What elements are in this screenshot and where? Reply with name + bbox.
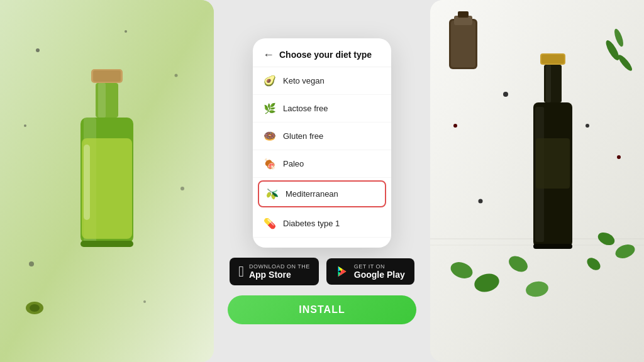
diabetes-icon: 💊 <box>263 217 277 229</box>
svg-rect-11 <box>93 70 121 82</box>
svg-point-2 <box>125 30 127 33</box>
svg-point-5 <box>180 187 184 190</box>
svg-rect-43 <box>533 244 572 249</box>
google-play-icon <box>335 265 349 278</box>
google-play-sub-label: GET IT ON <box>354 263 405 270</box>
svg-point-3 <box>175 74 178 77</box>
phone-header: ← Choose your diet type <box>253 38 391 67</box>
mediterranean-icon: 🫒 <box>265 188 279 200</box>
diet-item-paleo[interactable]: 🍖 Paleo <box>253 150 391 178</box>
left-panel <box>0 0 214 362</box>
diet-list: 🥑 Keto vegan 🌿 Lactose free 🍩 Gluten fre… <box>253 67 391 238</box>
svg-rect-37 <box>541 55 564 63</box>
diet-item-diabetes[interactable]: 💊 Diabetes type 1 <box>253 210 391 238</box>
right-image <box>430 0 644 362</box>
keto-vegan-label: Keto vegan <box>283 76 325 85</box>
store-buttons:  Download on the App Store GET IT ON Go… <box>230 258 414 285</box>
gluten-free-label: Gluten free <box>283 131 323 141</box>
svg-point-9 <box>30 304 40 312</box>
phone-title: Choose your diet type <box>279 50 372 60</box>
back-button[interactable]: ← <box>263 48 274 62</box>
svg-point-1 <box>36 48 40 52</box>
svg-rect-13 <box>98 83 106 118</box>
google-play-button[interactable]: GET IT ON Google Play <box>326 258 414 285</box>
center-content: ← Choose your diet type 🥑 Keto vegan 🌿 L… <box>228 38 416 324</box>
svg-point-7 <box>143 300 146 303</box>
paleo-icon: 🍖 <box>263 158 277 170</box>
paleo-label: Paleo <box>283 159 304 168</box>
diet-item-mediterranean[interactable]: 🫒 Mediterranean <box>258 180 386 207</box>
apple-icon:  <box>238 263 244 280</box>
svg-point-6 <box>29 261 34 266</box>
diet-item-lactose-free[interactable]: 🌿 Lactose free <box>253 95 391 123</box>
right-panel <box>430 0 644 362</box>
phone-mockup: ← Choose your diet type 🥑 Keto vegan 🌿 L… <box>253 38 391 248</box>
install-button[interactable]: INSTALL <box>228 295 416 324</box>
svg-rect-33 <box>451 21 475 67</box>
app-store-main-label: App Store <box>249 270 310 280</box>
svg-point-4 <box>24 124 26 127</box>
main-container: ← Choose your diet type 🥑 Keto vegan 🌿 L… <box>0 0 644 362</box>
lactose-free-label: Lactose free <box>283 104 328 113</box>
gluten-free-icon: 🍩 <box>263 130 277 142</box>
google-play-text: GET IT ON Google Play <box>354 263 405 280</box>
svg-point-44 <box>503 92 508 97</box>
app-store-sub-label: Download on the <box>249 263 310 270</box>
svg-rect-42 <box>536 138 570 189</box>
left-image <box>0 0 214 362</box>
diet-item-keto-vegan[interactable]: 🥑 Keto vegan <box>253 67 391 95</box>
app-store-text: Download on the App Store <box>249 263 310 280</box>
svg-rect-17 <box>84 145 90 220</box>
mediterranean-label: Mediterranean <box>286 189 338 199</box>
svg-point-47 <box>617 155 621 159</box>
svg-point-46 <box>479 199 483 204</box>
svg-rect-18 <box>80 241 133 247</box>
diabetes-label: Diabetes type 1 <box>283 219 340 228</box>
diet-item-gluten-free[interactable]: 🍩 Gluten free <box>253 123 391 150</box>
keto-vegan-icon: 🥑 <box>263 75 277 87</box>
google-play-main-label: Google Play <box>354 270 405 280</box>
svg-rect-39 <box>546 65 551 102</box>
svg-rect-35 <box>458 11 469 18</box>
svg-point-45 <box>586 124 589 128</box>
lactose-free-icon: 🌿 <box>263 102 277 114</box>
svg-point-48 <box>453 124 457 128</box>
app-store-button[interactable]:  Download on the App Store <box>230 258 319 285</box>
